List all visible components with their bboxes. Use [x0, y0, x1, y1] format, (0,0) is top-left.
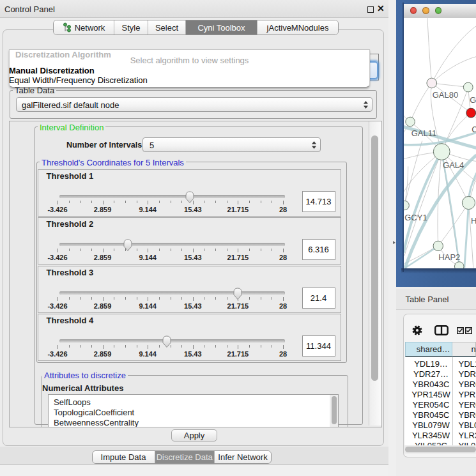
svg-text:GCY1: GCY1: [404, 212, 427, 222]
svg-text:H: H: [471, 215, 476, 225]
svg-text:GA: GA: [470, 95, 476, 104]
svg-text:GAL11: GAL11: [411, 128, 436, 138]
svg-text:HAP2: HAP2: [438, 252, 460, 262]
svg-text:C: C: [472, 124, 476, 134]
svg-text:GAL4: GAL4: [443, 160, 464, 169]
svg-text:GAL80: GAL80: [432, 90, 457, 100]
